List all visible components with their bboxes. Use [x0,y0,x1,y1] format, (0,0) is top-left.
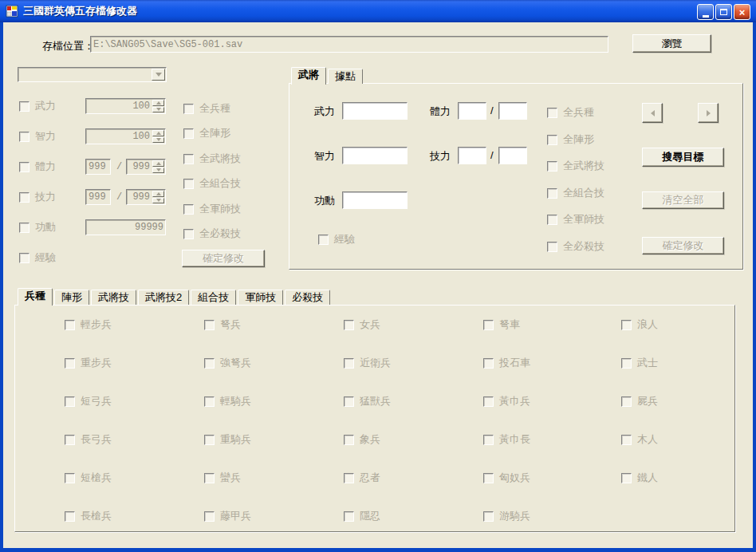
skills-tab-troop-types[interactable]: 兵種 [18,288,53,306]
unit-checkbox-box[interactable] [344,358,354,369]
unit-checkbox-box[interactable] [621,358,632,369]
unit-checkbox-box[interactable] [204,396,215,407]
editor-tab-generals[interactable]: 武將 [291,67,326,85]
spinner-arrows-icon[interactable] [152,191,164,203]
unit-checkbox-box[interactable] [204,320,215,330]
browse-button[interactable]: 瀏覽 [632,34,711,53]
skills-tab-formations[interactable]: 陣形 [54,290,89,305]
checkbox-all-troop-types-box[interactable] [183,104,194,114]
editor-sp-max-field[interactable] [498,147,527,164]
spinner-arrows-icon[interactable] [152,100,164,112]
unit-checkbox: 武士 [621,357,658,369]
skills-tabpage: 輕步兵重步兵短弓兵長弓兵短槍兵長槍兵弩兵強弩兵輕騎兵重騎兵蠻兵藤甲兵女兵近衛兵猛… [14,305,735,532]
editor-checkbox-all-strategist-skills-box[interactable] [547,215,557,225]
unit-checkbox-box[interactable] [344,320,354,330]
confirm-edit-button-editor[interactable]: 確定修改 [642,237,724,254]
str-spinner[interactable]: 100 [85,98,166,114]
checkbox-all-formations-label: 全陣形 [199,126,230,140]
merit-field[interactable]: 99999 [85,219,166,235]
str-checkbox[interactable] [19,101,30,112]
editor-hp-max-field[interactable] [498,102,527,120]
search-target-button[interactable]: 搜尋目標 [642,148,724,167]
sp-checkbox[interactable] [19,192,30,203]
chevron-down-icon[interactable] [152,69,165,81]
merit-checkbox[interactable] [19,223,30,233]
unit-checkbox-box[interactable] [483,358,494,369]
editor-checkbox-all-troop-types-box[interactable] [547,108,557,118]
general-select-dropdown[interactable] [18,67,167,82]
unit-checkbox-box[interactable] [65,358,75,369]
unit-checkbox-box[interactable] [344,473,354,483]
int-checkbox[interactable] [19,132,30,142]
unit-checkbox-label: 重步兵 [81,356,112,370]
unit-checkbox-box[interactable] [483,435,494,445]
minimize-button[interactable] [697,4,714,20]
unit-checkbox-box[interactable] [65,473,75,483]
unit-checkbox-box[interactable] [483,396,494,407]
unit-checkbox-box[interactable] [483,511,494,522]
unit-checkbox-box[interactable] [65,511,75,522]
unit-checkbox-box[interactable] [65,435,75,445]
checkbox-all-ultimate-skills-box[interactable] [183,229,194,239]
unit-checkbox-box[interactable] [65,396,75,407]
next-general-button[interactable] [698,103,719,123]
editor-merit-field[interactable] [342,191,408,209]
hp-current-field[interactable]: 999 [85,159,111,175]
editor-tab-bases[interactable]: 據點 [328,69,363,84]
unit-checkbox: 輕步兵 [65,318,112,331]
editor-exp-checkbox[interactable] [318,235,329,245]
unit-checkbox-box[interactable] [65,320,75,330]
editor-checkbox-all-general-skills-box[interactable] [547,161,557,172]
unit-checkbox-box[interactable] [344,435,354,445]
sp-max-spinner[interactable]: 999 [126,189,166,205]
unit-checkbox-box[interactable] [204,511,215,522]
checkbox-all-general-skills-box[interactable] [183,154,194,164]
skills-tab-strategist-skills[interactable]: 軍師技 [238,290,283,305]
checkbox-all-strategist-skills-box[interactable] [183,204,194,215]
unit-checkbox-label: 隱忍 [360,509,380,523]
maximize-button[interactable] [715,4,732,20]
checkbox-all-formations-box[interactable] [183,128,194,139]
client-area: 存檔位置： E:\SANG05\Save\SG5-001.sav 瀏覽 武力 1… [3,22,753,548]
spinner-arrows-icon[interactable] [152,160,164,173]
hp-checkbox[interactable] [19,162,30,172]
editor-int-field[interactable] [342,147,408,164]
skills-tab-general-skills[interactable]: 武將技 [91,290,136,305]
close-button[interactable]: × [734,4,750,20]
editor-checkbox-all-ultimate-skills-box[interactable] [547,242,557,252]
editor-checkbox-all-formations-box[interactable] [547,135,557,145]
unit-checkbox-box[interactable] [344,511,354,522]
editor-checkbox-all-ultimate-skills: 全必殺技 [547,240,604,253]
unit-checkbox-box[interactable] [621,320,632,330]
spinner-arrows-icon[interactable] [152,130,164,143]
unit-checkbox-box[interactable] [204,435,215,445]
checkbox-all-combo-skills-box[interactable] [183,179,194,189]
unit-checkbox: 游騎兵 [483,510,530,522]
unit-checkbox-box[interactable] [621,435,632,445]
confirm-edit-button-left[interactable]: 確定修改 [182,250,265,267]
unit-checkbox-box[interactable] [621,473,632,483]
editor-exp-label: 經驗 [334,232,355,246]
unit-checkbox-box[interactable] [483,320,494,330]
save-path-field[interactable]: E:\SANG05\Save\SG5-001.sav [90,36,608,53]
skills-tab-general-skills-2[interactable]: 武將技2 [138,290,189,305]
exp-checkbox[interactable] [19,253,30,263]
editor-checkbox-all-combo-skills-box[interactable] [547,188,557,199]
clear-all-button[interactable]: 清空全部 [642,191,724,209]
sp-current-field[interactable]: 999 [85,189,111,205]
unit-checkbox-box[interactable] [204,473,215,483]
unit-checkbox-label: 輕騎兵 [220,394,251,408]
editor-sp-current-field[interactable] [458,147,486,164]
skills-tab-combo-skills[interactable]: 組合技 [191,290,236,305]
unit-checkbox-box[interactable] [483,473,494,483]
skills-tab-ultimate-skills[interactable]: 必殺技 [285,290,330,305]
unit-checkbox-box[interactable] [621,396,632,407]
int-spinner[interactable]: 100 [85,128,166,144]
unit-checkbox-box[interactable] [344,396,354,407]
editor-hp-current-field[interactable] [458,102,486,120]
hp-max-spinner[interactable]: 999 [126,159,166,175]
prev-general-button[interactable] [642,103,663,123]
unit-checkbox: 木人 [621,433,658,446]
unit-checkbox-box[interactable] [204,358,215,369]
editor-str-field[interactable] [342,102,408,120]
